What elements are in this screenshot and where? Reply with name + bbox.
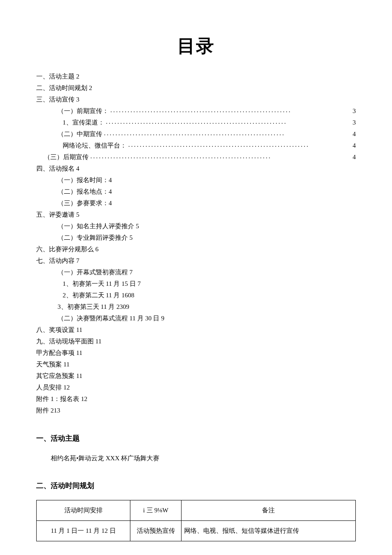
toc-item: 六、比赛评分规那么 6 (36, 244, 356, 255)
toc-item: 一、活动主题 2 (36, 71, 356, 82)
toc-item: （二）专业舞蹈评委推介 5 (36, 232, 356, 244)
toc-item: 人员安排 12 (36, 382, 356, 393)
toc-item: 三、活动宣传 3 (36, 94, 356, 105)
table-cell-time: 11 月 1 日一 11 月 12 日 (37, 521, 130, 541)
toc-item: （三）参赛要求：4 (36, 198, 356, 209)
toc-label: 网络论坛、微信平台： (63, 140, 127, 151)
toc-item: 七、活动内容 7 (36, 255, 356, 267)
toc-item: 1、初赛第一天 11 月 15 日 7 (36, 278, 356, 290)
table-header-time: 活动时间安排 (37, 500, 130, 521)
toc-item: 四、活动报名 4 (36, 163, 356, 174)
toc-page: 4 (353, 151, 356, 163)
toc-page: 4 (353, 128, 356, 140)
schedule-table: 活动时间安排 i 三 9⅛W 备注 11 月 1 日一 11 月 12 日 活动… (36, 500, 356, 541)
toc-item: （二）报名地点：4 (36, 186, 356, 198)
toc-item: 甲方配合事项 11 (36, 347, 356, 359)
table-cell-note: 网络、电视、报纸、短信等媒体进行宣传 (182, 521, 356, 541)
toc-item-dotted: （二）中期宣传 ................................… (36, 128, 356, 140)
toc-item: 天气预案 11 (36, 359, 356, 370)
table-cell-type: 活动预热宣传 (130, 521, 182, 541)
toc-item: 2、初赛第二天 11 月 1608 (36, 290, 356, 301)
toc-item: （一）开幕式暨初赛流程 7 (36, 267, 356, 278)
toc-item-dotted: 1、宣传渠道： ................................… (36, 117, 356, 128)
toc-label: （一）前期宣传： (58, 105, 109, 117)
table-header-type: i 三 9⅛W (130, 500, 182, 521)
toc-item: 九、活动现场平面图 11 (36, 336, 356, 347)
toc-leader: ........................................… (104, 117, 353, 128)
toc-page: 3 (353, 105, 356, 117)
toc-leader: ........................................… (109, 105, 353, 116)
toc-item: （二）决赛暨闭幕式流程 11 月 30 日 9 (36, 313, 356, 324)
toc-item: 其它应急预案 11 (36, 370, 356, 382)
toc-item-dotted: （三）后期宣传 ................................… (36, 151, 356, 163)
section-heading-theme: 一、活动主题 (36, 433, 356, 443)
toc-label: （三）后期宣传 (44, 151, 89, 163)
toc-item-dotted: 网络论坛、微信平台： .............................… (36, 140, 356, 151)
section-heading-schedule: 二、活动时间规划 (36, 481, 356, 491)
toc-leader: ........................................… (89, 151, 353, 162)
toc-page: 3 (353, 117, 356, 128)
page-title: 目录 (36, 34, 356, 58)
toc-item: 附件 1：报名表 12 (36, 393, 356, 405)
table-row: 11 月 1 日一 11 月 12 日 活动预热宣传 网络、电视、报纸、短信等媒… (37, 521, 356, 541)
toc-item: 五、评委邀请 5 (36, 209, 356, 221)
toc-label: 1、宣传渠道： (63, 117, 104, 128)
table-row: 活动时间安排 i 三 9⅛W 备注 (37, 500, 356, 521)
toc-leader: ........................................… (102, 128, 353, 139)
toc-item: 二、活动时间规划 2 (36, 82, 356, 94)
table-header-note: 备注 (182, 500, 356, 521)
toc-item: 八、奖项设置 11 (36, 324, 356, 336)
toc-label: （二）中期宣传 (58, 128, 102, 140)
toc-item-dotted: （一）前期宣传： ...............................… (36, 105, 356, 117)
toc-item: 3、初赛第三天 11 月 2309 (36, 301, 356, 313)
section-body-theme: 相约名苑•舞动云龙 XXX 杯广场舞大赛 (36, 453, 356, 464)
toc-item: （一）报名时间：4 (36, 174, 356, 186)
toc-item: （一）知名主持人评委推介 5 (36, 221, 356, 232)
toc-leader: ........................................… (127, 140, 353, 151)
toc-item: 附件 213 (36, 405, 356, 416)
toc-page: 4 (353, 140, 356, 151)
